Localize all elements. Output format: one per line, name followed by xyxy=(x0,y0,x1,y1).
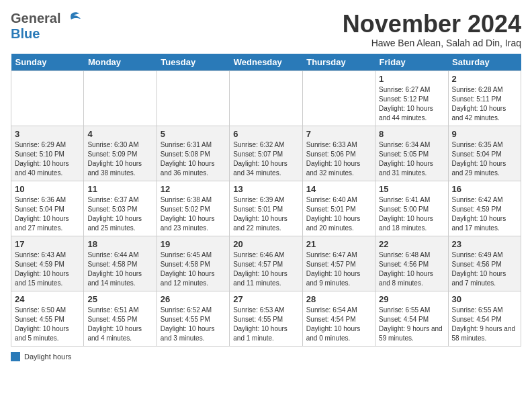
day-number: 23 xyxy=(452,239,517,249)
day-number: 27 xyxy=(233,294,298,304)
day-number: 9 xyxy=(452,129,517,139)
day-number: 21 xyxy=(306,239,371,249)
day-info: Sunrise: 6:35 AM Sunset: 5:04 PM Dayligh… xyxy=(452,140,517,178)
calendar-week-row: 17Sunrise: 6:43 AM Sunset: 4:59 PM Dayli… xyxy=(11,236,521,291)
table-row: 15Sunrise: 6:41 AM Sunset: 5:00 PM Dayli… xyxy=(375,181,448,236)
day-info: Sunrise: 6:39 AM Sunset: 5:01 PM Dayligh… xyxy=(233,195,298,233)
day-info: Sunrise: 6:49 AM Sunset: 4:56 PM Dayligh… xyxy=(452,250,517,288)
table-row: 14Sunrise: 6:40 AM Sunset: 5:01 PM Dayli… xyxy=(302,181,375,236)
calendar-week-row: 10Sunrise: 6:36 AM Sunset: 5:04 PM Dayli… xyxy=(11,181,521,236)
table-row: 19Sunrise: 6:45 AM Sunset: 4:58 PM Dayli… xyxy=(157,236,229,291)
legend-label: Daylight hours xyxy=(24,353,71,361)
logo-blue-text: Blue xyxy=(11,26,40,41)
day-number: 2 xyxy=(452,74,517,84)
day-number: 13 xyxy=(233,184,298,194)
header-monday: Monday xyxy=(84,54,157,71)
day-info: Sunrise: 6:52 AM Sunset: 4:55 PM Dayligh… xyxy=(161,306,226,343)
table-row: 30Sunrise: 6:55 AM Sunset: 4:54 PM Dayli… xyxy=(448,291,521,346)
table-row: 28Sunrise: 6:54 AM Sunset: 4:54 PM Dayli… xyxy=(302,291,375,346)
table-row: 16Sunrise: 6:42 AM Sunset: 4:59 PM Dayli… xyxy=(448,181,521,236)
table-row xyxy=(11,71,84,126)
table-row: 2Sunrise: 6:28 AM Sunset: 5:11 PM Daylig… xyxy=(448,71,521,126)
day-number: 24 xyxy=(15,294,80,304)
table-row: 13Sunrise: 6:39 AM Sunset: 5:01 PM Dayli… xyxy=(230,181,302,236)
table-row: 10Sunrise: 6:36 AM Sunset: 5:04 PM Dayli… xyxy=(11,181,84,236)
table-row: 4Sunrise: 6:30 AM Sunset: 5:09 PM Daylig… xyxy=(84,126,157,181)
table-row: 9Sunrise: 6:35 AM Sunset: 5:04 PM Daylig… xyxy=(448,126,521,181)
day-info: Sunrise: 6:27 AM Sunset: 5:12 PM Dayligh… xyxy=(379,85,444,123)
table-row xyxy=(230,71,302,126)
day-info: Sunrise: 6:44 AM Sunset: 4:58 PM Dayligh… xyxy=(87,250,152,288)
day-info: Sunrise: 6:43 AM Sunset: 4:59 PM Dayligh… xyxy=(15,250,80,288)
table-row: 27Sunrise: 6:53 AM Sunset: 4:55 PM Dayli… xyxy=(230,291,302,346)
header-sunday: Sunday xyxy=(11,54,84,71)
day-info: Sunrise: 6:33 AM Sunset: 5:06 PM Dayligh… xyxy=(306,140,371,178)
table-row: 21Sunrise: 6:47 AM Sunset: 4:57 PM Dayli… xyxy=(302,236,375,291)
header: General Blue November 2024 Hawe Ben Alea… xyxy=(11,11,521,48)
day-info: Sunrise: 6:37 AM Sunset: 5:03 PM Dayligh… xyxy=(87,195,152,233)
day-number: 26 xyxy=(161,294,226,304)
table-row: 6Sunrise: 6:32 AM Sunset: 5:07 PM Daylig… xyxy=(230,126,302,181)
day-number: 11 xyxy=(87,184,152,194)
day-info: Sunrise: 6:31 AM Sunset: 5:08 PM Dayligh… xyxy=(161,140,226,178)
day-number: 4 xyxy=(87,129,152,139)
day-info: Sunrise: 6:51 AM Sunset: 4:55 PM Dayligh… xyxy=(87,306,152,343)
calendar-week-row: 3Sunrise: 6:29 AM Sunset: 5:10 PM Daylig… xyxy=(11,126,521,181)
day-number: 16 xyxy=(452,184,517,194)
day-number: 22 xyxy=(379,239,444,249)
day-number: 25 xyxy=(87,294,152,304)
day-info: Sunrise: 6:36 AM Sunset: 5:04 PM Dayligh… xyxy=(15,195,80,233)
day-info: Sunrise: 6:30 AM Sunset: 5:09 PM Dayligh… xyxy=(87,140,152,178)
day-info: Sunrise: 6:29 AM Sunset: 5:10 PM Dayligh… xyxy=(15,140,80,178)
header-tuesday: Tuesday xyxy=(157,54,229,71)
logo: General Blue xyxy=(11,11,81,42)
day-info: Sunrise: 6:55 AM Sunset: 4:54 PM Dayligh… xyxy=(452,306,517,343)
day-info: Sunrise: 6:45 AM Sunset: 4:58 PM Dayligh… xyxy=(161,250,226,288)
day-number: 20 xyxy=(233,239,298,249)
header-thursday: Thursday xyxy=(302,54,375,71)
table-row xyxy=(302,71,375,126)
day-info: Sunrise: 6:46 AM Sunset: 4:57 PM Dayligh… xyxy=(233,250,298,288)
table-row: 18Sunrise: 6:44 AM Sunset: 4:58 PM Dayli… xyxy=(84,236,157,291)
day-number: 12 xyxy=(161,184,226,194)
footer-legend: Daylight hours xyxy=(11,352,521,361)
day-info: Sunrise: 6:38 AM Sunset: 5:02 PM Dayligh… xyxy=(161,195,226,233)
table-row xyxy=(84,71,157,126)
logo-general-text: General xyxy=(11,11,60,26)
location-title: Hawe Ben Alean, Salah ad Din, Iraq xyxy=(343,38,521,48)
table-row xyxy=(157,71,229,126)
table-row: 26Sunrise: 6:52 AM Sunset: 4:55 PM Dayli… xyxy=(157,291,229,346)
day-info: Sunrise: 6:32 AM Sunset: 5:07 PM Dayligh… xyxy=(233,140,298,178)
table-row: 22Sunrise: 6:48 AM Sunset: 4:56 PM Dayli… xyxy=(375,236,448,291)
table-row: 7Sunrise: 6:33 AM Sunset: 5:06 PM Daylig… xyxy=(302,126,375,181)
day-number: 15 xyxy=(379,184,444,194)
day-info: Sunrise: 6:41 AM Sunset: 5:00 PM Dayligh… xyxy=(379,195,444,233)
day-number: 1 xyxy=(379,74,444,84)
day-number: 18 xyxy=(87,239,152,249)
table-row: 8Sunrise: 6:34 AM Sunset: 5:05 PM Daylig… xyxy=(375,126,448,181)
weekday-header-row: Sunday Monday Tuesday Wednesday Thursday… xyxy=(11,54,521,71)
table-row: 11Sunrise: 6:37 AM Sunset: 5:03 PM Dayli… xyxy=(84,181,157,236)
table-row: 23Sunrise: 6:49 AM Sunset: 4:56 PM Dayli… xyxy=(448,236,521,291)
header-friday: Friday xyxy=(375,54,448,71)
legend-color-box xyxy=(11,352,20,361)
day-number: 10 xyxy=(15,184,80,194)
day-number: 30 xyxy=(452,294,517,304)
day-info: Sunrise: 6:34 AM Sunset: 5:05 PM Dayligh… xyxy=(379,140,444,178)
day-info: Sunrise: 6:50 AM Sunset: 4:55 PM Dayligh… xyxy=(15,306,80,343)
day-number: 8 xyxy=(379,129,444,139)
day-info: Sunrise: 6:42 AM Sunset: 4:59 PM Dayligh… xyxy=(452,195,517,233)
day-number: 3 xyxy=(15,129,80,139)
table-row: 12Sunrise: 6:38 AM Sunset: 5:02 PM Dayli… xyxy=(157,181,229,236)
day-number: 6 xyxy=(233,129,298,139)
table-row: 25Sunrise: 6:51 AM Sunset: 4:55 PM Dayli… xyxy=(84,291,157,346)
table-row: 29Sunrise: 6:55 AM Sunset: 4:54 PM Dayli… xyxy=(375,291,448,346)
day-info: Sunrise: 6:28 AM Sunset: 5:11 PM Dayligh… xyxy=(452,85,517,123)
title-area: November 2024 Hawe Ben Alean, Salah ad D… xyxy=(343,11,521,48)
day-number: 28 xyxy=(306,294,371,304)
day-number: 7 xyxy=(306,129,371,139)
day-info: Sunrise: 6:47 AM Sunset: 4:57 PM Dayligh… xyxy=(306,250,371,288)
day-info: Sunrise: 6:48 AM Sunset: 4:56 PM Dayligh… xyxy=(379,250,444,288)
day-number: 19 xyxy=(161,239,226,249)
day-info: Sunrise: 6:40 AM Sunset: 5:01 PM Dayligh… xyxy=(306,195,371,233)
